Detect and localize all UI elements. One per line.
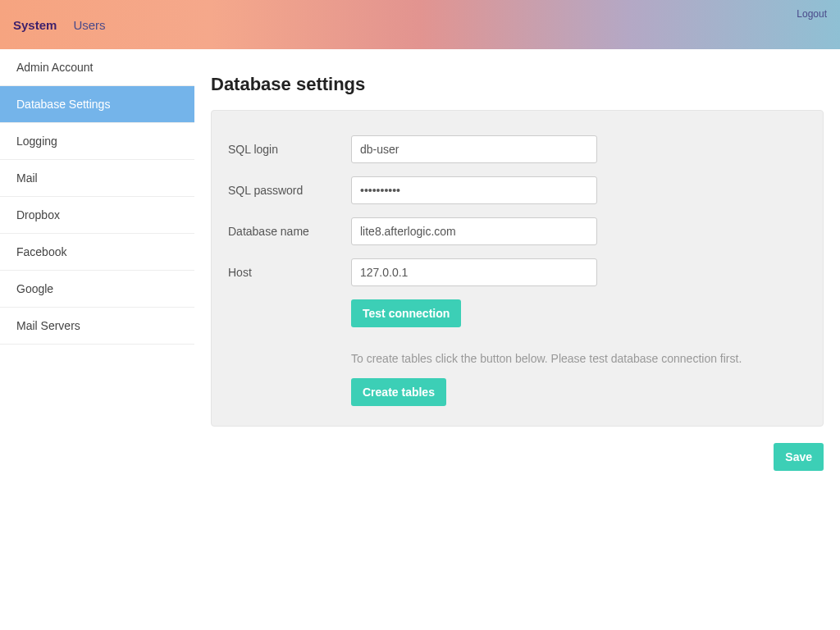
row-sql-password: SQL password	[228, 176, 806, 204]
row-db-name: Database name	[228, 217, 806, 245]
sidebar-item-mail-servers[interactable]: Mail Servers	[0, 308, 194, 345]
sidebar-item-admin-account[interactable]: Admin Account	[0, 49, 194, 86]
label-sql-login: SQL login	[228, 143, 351, 156]
header: System Users Logout	[0, 0, 840, 49]
row-host: Host	[228, 258, 806, 286]
label-host: Host	[228, 266, 351, 279]
sidebar-item-google[interactable]: Google	[0, 271, 194, 308]
save-button[interactable]: Save	[774, 443, 824, 471]
label-sql-password: SQL password	[228, 184, 351, 197]
input-sql-login[interactable]	[351, 135, 597, 163]
create-tables-section: To create tables click the button below.…	[351, 352, 806, 406]
input-host[interactable]	[351, 258, 597, 286]
sidebar: Admin Account Database Settings Logging …	[0, 49, 194, 630]
save-row: Save	[211, 443, 824, 471]
logout-link[interactable]: Logout	[797, 8, 827, 20]
sidebar-item-logging[interactable]: Logging	[0, 123, 194, 160]
label-db-name: Database name	[228, 225, 351, 238]
main-content: Database settings SQL login SQL password…	[194, 49, 840, 630]
input-db-name[interactable]	[351, 217, 597, 245]
page-title: Database settings	[211, 74, 824, 95]
nav-system[interactable]: System	[13, 18, 57, 32]
sidebar-item-facebook[interactable]: Facebook	[0, 234, 194, 271]
sidebar-item-database-settings[interactable]: Database Settings	[0, 86, 194, 123]
body: Admin Account Database Settings Logging …	[0, 49, 840, 630]
sidebar-item-mail[interactable]: Mail	[0, 160, 194, 197]
test-connection-button[interactable]: Test connection	[351, 299, 461, 327]
input-sql-password[interactable]	[351, 176, 597, 204]
row-test-connection: Test connection	[228, 299, 806, 327]
help-text: To create tables click the button below.…	[351, 352, 806, 365]
header-nav: System Users	[13, 18, 106, 32]
sidebar-item-dropbox[interactable]: Dropbox	[0, 197, 194, 234]
nav-users[interactable]: Users	[73, 18, 105, 32]
create-tables-button[interactable]: Create tables	[351, 378, 446, 406]
settings-panel: SQL login SQL password Database name Hos…	[211, 110, 824, 427]
row-sql-login: SQL login	[228, 135, 806, 163]
